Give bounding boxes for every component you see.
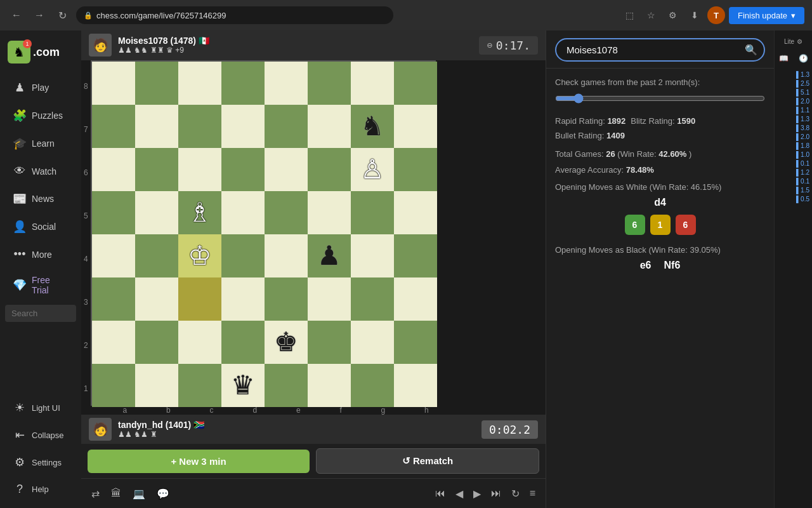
prev-move-button[interactable]: ◀: [452, 485, 467, 502]
board-cell[interactable]: [92, 148, 135, 191]
board-cell[interactable]: [221, 277, 265, 321]
board-cell[interactable]: [265, 191, 308, 234]
board-cell[interactable]: [351, 277, 394, 321]
download-button[interactable]: ⬇: [686, 6, 704, 24]
forward-button[interactable]: →: [30, 6, 48, 24]
board-cell[interactable]: [394, 148, 437, 191]
board-cell[interactable]: [135, 234, 178, 277]
board-cell[interactable]: [92, 234, 135, 277]
rematch-button[interactable]: ↺ Rematch: [316, 448, 539, 474]
board-cell[interactable]: [135, 62, 178, 105]
board-cell[interactable]: [265, 277, 308, 321]
board-cell[interactable]: [221, 148, 265, 191]
board-cell[interactable]: [351, 234, 394, 277]
player-search-input[interactable]: [555, 38, 765, 62]
address-bar[interactable]: 🔒 chess.com/game/live/76257146299: [76, 6, 393, 24]
board-cell[interactable]: [265, 234, 308, 277]
refresh-button[interactable]: ↻: [53, 6, 71, 24]
share-button[interactable]: ⇄: [88, 485, 103, 502]
board-cell[interactable]: [394, 277, 437, 321]
sidebar-item-news[interactable]: 📰 News: [4, 185, 77, 212]
board-cell[interactable]: [135, 321, 178, 364]
bookmark-button[interactable]: ☆: [643, 6, 660, 24]
board-cell[interactable]: ♙: [351, 148, 394, 191]
board-cell[interactable]: [308, 191, 351, 234]
board-cell[interactable]: [178, 62, 221, 105]
board-cell[interactable]: [394, 234, 437, 277]
board-cell[interactable]: [178, 277, 221, 321]
board-cell[interactable]: [265, 148, 308, 191]
board-cell[interactable]: [265, 105, 308, 148]
computer-button[interactable]: 💻: [129, 485, 149, 502]
board-cell[interactable]: [351, 62, 394, 105]
months-slider[interactable]: [555, 93, 765, 104]
board-cell[interactable]: [92, 277, 135, 321]
sidebar-item-play[interactable]: ♟ Play: [4, 74, 77, 101]
board-cell[interactable]: [92, 191, 135, 234]
last-move-button[interactable]: ⏭: [487, 485, 505, 502]
next-move-button[interactable]: ▶: [469, 485, 485, 502]
board-cell[interactable]: [308, 148, 351, 191]
board-cell[interactable]: [135, 191, 178, 234]
board-cell[interactable]: [308, 105, 351, 148]
player-search-button[interactable]: 🔍: [745, 44, 757, 56]
back-button[interactable]: ←: [8, 6, 25, 24]
extensions-button[interactable]: ⚙: [664, 6, 682, 24]
board-cell[interactable]: [308, 364, 351, 407]
board-cell[interactable]: [308, 321, 351, 364]
sidebar-item-watch[interactable]: 👁 Watch: [4, 158, 77, 184]
board-cell[interactable]: [265, 364, 308, 407]
board-cell[interactable]: [394, 364, 437, 407]
board-cell[interactable]: [308, 62, 351, 105]
cast-button[interactable]: ⬚: [621, 6, 639, 24]
board-cell[interactable]: ♚: [265, 321, 308, 364]
board-cell[interactable]: [221, 321, 265, 364]
board-cell[interactable]: [178, 321, 221, 364]
board-cell[interactable]: [135, 105, 178, 148]
board-cell[interactable]: ♞: [351, 105, 394, 148]
board-cell[interactable]: ♗: [178, 191, 221, 234]
board-cell[interactable]: [221, 105, 265, 148]
board-cell[interactable]: [394, 105, 437, 148]
sidebar-item-help[interactable]: ? Help: [4, 476, 77, 502]
board-cell[interactable]: ♔: [178, 234, 221, 277]
chess-board[interactable]: ♞♙♗♔♟♚♛: [91, 60, 436, 406]
board-cell[interactable]: [265, 62, 308, 105]
flip-board-button[interactable]: ↻: [508, 485, 523, 502]
board-cell[interactable]: ♛: [221, 364, 265, 407]
board-cell[interactable]: [92, 321, 135, 364]
new-game-button[interactable]: + New 3 min: [88, 450, 310, 473]
board-cell[interactable]: [178, 105, 221, 148]
menu-button[interactable]: ≡: [526, 485, 539, 502]
board-cell[interactable]: [351, 321, 394, 364]
board-cell[interactable]: [178, 364, 221, 407]
board-cell[interactable]: [351, 191, 394, 234]
sidebar-item-free-trial[interactable]: 💎 Free Trial: [4, 269, 77, 302]
board-cell[interactable]: ♟: [308, 234, 351, 277]
sidebar-item-puzzles[interactable]: 🧩 Puzzles: [4, 102, 77, 129]
first-move-button[interactable]: ⏮: [431, 485, 449, 502]
board-cell[interactable]: [394, 191, 437, 234]
board-cell[interactable]: [92, 62, 135, 105]
engine-clock-button[interactable]: 🕐: [795, 51, 812, 65]
board-cell[interactable]: [351, 364, 394, 407]
finish-update-button[interactable]: Finish update ▾: [729, 7, 804, 24]
board-cell[interactable]: [135, 277, 178, 321]
analysis-button[interactable]: 🏛: [107, 485, 125, 502]
board-cell[interactable]: [394, 321, 437, 364]
board-cell[interactable]: [221, 191, 265, 234]
board-cell[interactable]: [135, 364, 178, 407]
search-input[interactable]: [5, 305, 76, 322]
board-cell[interactable]: [221, 62, 265, 105]
gear-icon[interactable]: ⚙: [797, 38, 802, 45]
sidebar-item-collapse[interactable]: ⇤ Collapse: [4, 422, 77, 448]
board-cell[interactable]: [308, 277, 351, 321]
sidebar-item-more[interactable]: ••• More: [4, 241, 77, 267]
sidebar-item-light-ui[interactable]: ☀ Light UI: [4, 394, 77, 421]
profile-avatar[interactable]: T: [707, 6, 725, 24]
sidebar-item-learn[interactable]: 🎓 Learn: [4, 130, 77, 157]
board-cell[interactable]: [178, 148, 221, 191]
sidebar-item-settings[interactable]: ⚙ Settings: [4, 449, 77, 476]
engine-book-button[interactable]: 📖: [775, 51, 792, 65]
board-cell[interactable]: [394, 62, 437, 105]
